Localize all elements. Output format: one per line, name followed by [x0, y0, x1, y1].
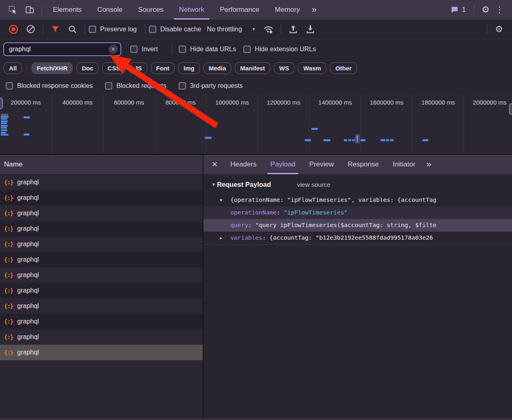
tree-caret-icon[interactable]: ▶	[220, 232, 222, 244]
payload-token-plain: {operationName: "ipFlowTimeseries", vari…	[230, 197, 436, 203]
view-source-link[interactable]: view source	[297, 181, 330, 188]
detail-tab-preview[interactable]: Preview	[302, 155, 341, 174]
request-row[interactable]: {:}graphql	[0, 314, 203, 329]
type-chip-js[interactable]: JS	[129, 62, 147, 74]
type-chip-all[interactable]: All	[4, 62, 22, 74]
hide-extension-urls-checkbox[interactable]	[243, 46, 251, 53]
disable-cache-checkbox[interactable]	[149, 26, 156, 33]
detail-tab-initiator[interactable]: Initiator	[386, 155, 422, 174]
more-tabs-icon[interactable]: »	[308, 4, 321, 15]
tab-elements[interactable]: Elements	[45, 0, 90, 20]
waterfall-bar	[390, 139, 394, 141]
type-chip-doc[interactable]: Doc	[77, 62, 98, 74]
overview-right-handle[interactable]	[509, 103, 512, 115]
request-list: {:}graphql{:}graphql{:}graphql{:}graphql…	[0, 175, 203, 418]
filter-text-input[interactable]: graphql ✕	[3, 42, 121, 56]
request-name: graphql	[17, 241, 39, 248]
detail-tab-payload[interactable]: Payload	[263, 155, 302, 174]
divider	[487, 24, 487, 35]
network-conditions-icon[interactable]	[263, 24, 274, 35]
disable-cache-toggle[interactable]: Disable cache	[149, 26, 201, 33]
preserve-log-checkbox[interactable]	[89, 26, 96, 33]
payload-line[interactable]: query: "query ipFlowTimeseries($accountT…	[203, 219, 512, 232]
type-chip-other[interactable]: Other	[330, 62, 357, 74]
blocked-response-cookies-checkbox[interactable]	[6, 82, 13, 90]
close-icon[interactable]: ✕	[212, 160, 218, 169]
overview-left-handle[interactable]	[0, 98, 3, 109]
tab-console[interactable]: Console	[90, 0, 130, 20]
detail-tab-response[interactable]: Response	[341, 155, 386, 174]
request-name: graphql	[17, 287, 39, 294]
device-toolbar-icon[interactable]	[24, 4, 35, 15]
import-har-icon[interactable]	[288, 24, 299, 35]
request-row[interactable]: {:}graphql	[0, 267, 203, 283]
request-row[interactable]: {:}graphql	[0, 190, 203, 206]
search-icon[interactable]	[67, 24, 78, 35]
inspect-element-icon[interactable]	[7, 4, 18, 15]
hide-data-urls-toggle[interactable]: Hide data URLs	[179, 46, 236, 53]
clear-network-log-icon[interactable]	[25, 24, 36, 35]
tree-caret-icon[interactable]: ▼	[220, 194, 222, 206]
hide-data-urls-checkbox[interactable]	[179, 46, 186, 53]
divider	[42, 4, 42, 15]
invert-toggle[interactable]: Invert	[130, 46, 158, 53]
payload-line[interactable]: operationName: "ipFlowTimeseries"	[203, 206, 512, 219]
json-request-icon: {:}	[4, 241, 13, 247]
type-chip-font[interactable]: Font	[151, 62, 175, 74]
settings-gear-icon[interactable]: ⚙	[477, 4, 494, 15]
type-chip-css[interactable]: CSS	[102, 62, 125, 74]
request-row[interactable]: {:}graphql	[0, 221, 203, 236]
network-settings-gear-icon[interactable]: ⚙	[491, 24, 507, 35]
type-chip-img[interactable]: Img	[178, 62, 200, 74]
filter-funnel-icon[interactable]	[50, 24, 61, 35]
request-row[interactable]: {:}graphql	[0, 252, 203, 267]
type-chip-fetch-xhr[interactable]: Fetch/XHR	[31, 62, 73, 74]
tab-performance[interactable]: Performance	[212, 0, 267, 20]
type-chip-wasm[interactable]: Wasm	[298, 62, 326, 74]
export-har-icon[interactable]	[305, 24, 316, 35]
request-row[interactable]: {:}graphql	[0, 175, 203, 190]
3rd-party-requests-checkbox[interactable]	[179, 82, 186, 90]
network-overview-timeline[interactable]: 200000 ms400000 ms600000 ms800000 ms1000…	[0, 94, 512, 155]
waterfall-bar	[1, 125, 8, 127]
waterfall-bar	[324, 139, 330, 141]
timeline-tick: 1200000 ms	[258, 94, 309, 154]
request-row[interactable]: {:}graphql	[0, 329, 203, 345]
preserve-log-toggle[interactable]: Preserve log	[89, 26, 137, 33]
preserve-log-label: Preserve log	[100, 26, 137, 33]
request-row[interactable]: {:}graphql	[0, 298, 203, 314]
collapse-caret-icon[interactable]: ▼	[212, 182, 216, 187]
clear-filter-icon[interactable]: ✕	[109, 45, 118, 54]
3rd-party-requests-toggle[interactable]: 3rd-party requests	[179, 82, 243, 90]
type-chip-media[interactable]: Media	[203, 62, 232, 74]
blocked-requests-checkbox[interactable]	[105, 82, 112, 90]
detail-tab-headers[interactable]: Headers	[223, 155, 263, 174]
blocked-response-cookies-toggle[interactable]: Blocked response cookies	[6, 82, 93, 90]
tab-sources[interactable]: Sources	[130, 0, 171, 20]
payload-line[interactable]: ▼{operationName: "ipFlowTimeseries", var…	[203, 194, 512, 206]
timeline-ticks: 200000 ms400000 ms600000 ms800000 ms1000…	[0, 94, 512, 154]
request-row[interactable]: {:}graphql	[0, 345, 203, 360]
name-column-header[interactable]: Name	[0, 155, 203, 175]
request-row[interactable]: {:}graphql	[0, 236, 203, 252]
request-row[interactable]: {:}graphql	[0, 206, 203, 221]
type-chip-manifest[interactable]: Manifest	[235, 62, 270, 74]
hide-extension-urls-toggle[interactable]: Hide extension URLs	[243, 46, 316, 53]
request-row[interactable]: {:}graphql	[0, 283, 203, 298]
divider	[281, 24, 281, 35]
invert-checkbox[interactable]	[130, 46, 138, 53]
disable-cache-label: Disable cache	[160, 26, 201, 33]
tab-network[interactable]: Network	[171, 0, 212, 20]
payload-token-string: "ipFlowTimeseries"	[284, 209, 348, 216]
type-chip-ws[interactable]: WS	[274, 62, 294, 74]
issues-counter[interactable]: 1	[450, 5, 466, 14]
more-detail-tabs-icon[interactable]: »	[422, 159, 435, 170]
tab-memory[interactable]: Memory	[267, 0, 307, 20]
blocked-requests-toggle[interactable]: Blocked requests	[105, 82, 166, 90]
kebab-menu-icon[interactable]: ⋮	[494, 5, 508, 15]
divider	[172, 44, 172, 55]
waterfall-bar	[1, 129, 7, 131]
payload-line[interactable]: ▶variables: {accountTag: "b12e3b2192ee55…	[203, 232, 512, 244]
throttling-dropdown[interactable]: No throttling ▼	[207, 26, 256, 33]
record-network-log-icon[interactable]	[8, 24, 19, 35]
